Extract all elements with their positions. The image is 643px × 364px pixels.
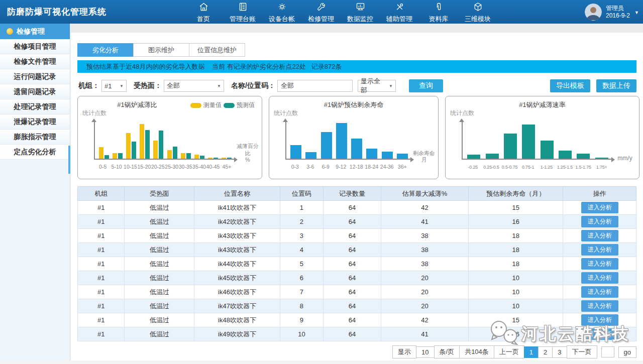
- surface-select[interactable]: 全部▼: [164, 80, 224, 92]
- bar: [321, 132, 332, 159]
- table-header-cell: 操作: [563, 187, 636, 201]
- x-tick-label: 35-40: [192, 164, 206, 170]
- enter-analysis-button[interactable]: 进入分析: [581, 286, 618, 298]
- x-tick-label: 10-15: [124, 164, 137, 170]
- tab-diagram-maintenance[interactable]: 图示维护: [133, 43, 189, 57]
- chart-plot-area: [462, 120, 613, 160]
- chart-title: #1锅炉减薄速率: [446, 100, 639, 109]
- nav-item-monitor[interactable]: 数据监控: [341, 1, 380, 24]
- main-area: 劣化分析 图示维护 位置信息维护 预估结果基于近48月内的的劣化导入数据 当前 …: [71, 24, 643, 360]
- enter-analysis-button[interactable]: 进入分析: [581, 272, 618, 284]
- filter-row: 机组： #1▼ 受热面： 全部▼ 名称/位置码： 显示全部▼ 查询 导出模板 数…: [77, 79, 636, 92]
- bar: [222, 158, 226, 159]
- sidebar-item[interactable]: 处理记录管理: [0, 99, 70, 114]
- query-button[interactable]: 查询: [409, 79, 443, 92]
- analysis-table: 机组受热面位置名称位置码记录数量估算最大减薄%预估剩余寿命（月）操作 #1低温过…: [77, 186, 636, 341]
- x-axis-labels: -0.250.25-0.50.5-0.750.75-11-1.251.25-1.…: [462, 165, 613, 170]
- unit-select[interactable]: #1▼: [101, 80, 127, 92]
- nav-item-equipment[interactable]: 设备台帐: [262, 1, 301, 24]
- table-cell: 6: [280, 271, 324, 285]
- enter-analysis-button[interactable]: 进入分析: [581, 300, 618, 312]
- x-axis-unit: mm/y: [612, 155, 637, 162]
- x-tick-label: 1.75+: [592, 165, 611, 170]
- enter-analysis-button[interactable]: 进入分析: [581, 258, 618, 270]
- action-cell: 进入分析: [563, 257, 636, 271]
- tab-degradation-analysis[interactable]: 劣化分析: [77, 43, 134, 57]
- table-cell: 低温过: [125, 271, 194, 285]
- table-cell: 低温过: [125, 313, 194, 327]
- bar: [186, 153, 191, 159]
- remaining-life-cell: 18: [469, 257, 563, 271]
- sidebar-item[interactable]: 遗留问题记录: [0, 84, 70, 99]
- page-button-2[interactable]: 2: [538, 346, 553, 358]
- bar: [213, 158, 218, 159]
- bar: [595, 158, 608, 159]
- bar: [132, 142, 136, 159]
- page-size-box[interactable]: 10: [416, 346, 434, 358]
- table-cell: ik45吹吹器下: [194, 271, 280, 285]
- page-button-1[interactable]: 1: [524, 346, 539, 358]
- nav-label: 管理台账: [230, 15, 256, 24]
- user-box[interactable]: 管理员 2016-9-2: [585, 4, 630, 21]
- table-cell: #1: [78, 257, 125, 271]
- bars: [286, 120, 412, 159]
- bar: [181, 153, 185, 159]
- bar: [159, 131, 163, 159]
- export-template-button[interactable]: 导出模板: [550, 79, 590, 92]
- chart-thinning-rate: #1锅炉减薄速率 统计点数 -0.250.25-0.50.5-0.750.75-…: [445, 96, 639, 179]
- table-cell: 64: [324, 243, 381, 257]
- sidebar-item[interactable]: 泄爆记录管理: [0, 114, 70, 130]
- page-button-3[interactable]: 3: [552, 346, 567, 358]
- nav-label: 首页: [197, 15, 210, 24]
- bar: [577, 154, 590, 159]
- nav-item-ledger[interactable]: 管理台账: [223, 1, 262, 24]
- nav-item-maintenance[interactable]: 检修管理: [301, 1, 341, 24]
- enter-analysis-button[interactable]: 进入分析: [581, 216, 618, 227]
- next-page-button[interactable]: 下一页: [567, 345, 597, 358]
- bar: [208, 158, 212, 159]
- name-code-label: 名称/位置码：: [231, 81, 275, 90]
- max-thinning-cell: 38: [381, 243, 469, 257]
- table-cell: ik47吹吹器下: [194, 299, 280, 313]
- max-thinning-cell: 41: [381, 327, 469, 341]
- action-cell: 进入分析: [563, 229, 636, 243]
- sidebar-item[interactable]: 检修文件管理: [0, 54, 70, 69]
- go-button[interactable]: go: [618, 346, 636, 358]
- enter-analysis-button[interactable]: 进入分析: [581, 202, 618, 213]
- user-name: 管理员: [606, 5, 630, 12]
- sidebar-item[interactable]: 运行问题记录: [0, 69, 70, 84]
- table-cell: ik43吹吹器下: [194, 243, 280, 257]
- name-code-input[interactable]: [277, 80, 353, 92]
- table-cell: 低温过: [125, 229, 194, 243]
- table-cell: 低温过: [125, 243, 194, 257]
- table-cell: 64: [324, 257, 381, 271]
- user-menu-arrow-icon[interactable]: ▼: [634, 10, 639, 15]
- max-thinning-cell: 42: [381, 313, 469, 327]
- sidebar-item[interactable]: 检修项目管理: [0, 39, 70, 54]
- nav-item-3d[interactable]: 三维模块: [458, 1, 497, 24]
- enter-analysis-button[interactable]: 进入分析: [581, 230, 618, 241]
- chevron-down-icon: ▼: [389, 84, 393, 88]
- bar: [167, 150, 172, 159]
- table-row: #1低温过ik47吹吹器下8642010进入分析: [78, 299, 636, 313]
- nav-item-library[interactable]: 资料库: [419, 1, 458, 24]
- prev-page-button[interactable]: 上一页: [494, 345, 524, 358]
- show-all-select[interactable]: 显示全部▼: [358, 80, 396, 92]
- enter-analysis-button[interactable]: 进入分析: [581, 314, 618, 326]
- nav-item-auxiliary[interactable]: 辅助管理: [380, 1, 419, 24]
- x-tick-label: 18-24: [364, 164, 380, 170]
- sidebar-menu: 检修项目管理检修文件管理运行问题记录遗留问题记录处理记录管理泄爆记录管理膨胀指示…: [0, 39, 70, 160]
- enter-analysis-button[interactable]: 进入分析: [581, 244, 618, 256]
- data-upload-button[interactable]: 数据上传: [596, 79, 636, 92]
- tab-location-info[interactable]: 位置信息维护: [189, 43, 245, 57]
- table-header-row: 机组受热面位置名称位置码记录数量估算最大减薄%预估剩余寿命（月）操作: [78, 187, 636, 201]
- nav-item-home[interactable]: 首页: [184, 1, 223, 24]
- page-jump-input[interactable]: [601, 346, 614, 357]
- table-cell: ik48吹吹器下: [194, 313, 280, 327]
- sidebar-item[interactable]: 定点劣化分析: [0, 145, 70, 160]
- x-tick-label: 9-12: [334, 164, 349, 170]
- x-tick-label: 1.25-1.5: [556, 165, 574, 170]
- sidebar-item[interactable]: 膨胀指示管理: [0, 130, 70, 145]
- user-date: 2016-9-2: [606, 12, 630, 20]
- enter-analysis-button[interactable]: 进入分析: [581, 328, 618, 340]
